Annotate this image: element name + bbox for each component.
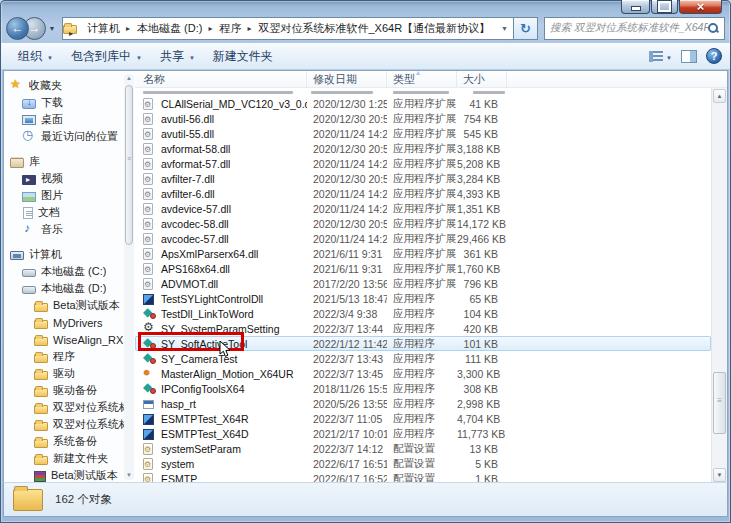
- breadcrumb-segment[interactable]: 本地磁盘 (D:): [132, 18, 214, 39]
- sidebar-item[interactable]: 双翌对位系统标: [4, 399, 135, 416]
- file-size-cell: 3,284 KB: [457, 173, 507, 185]
- file-row[interactable]: avcodec-58.dll2020/12/30 20:53应用程序扩展14,1…: [135, 216, 711, 231]
- folder-icon: [34, 371, 48, 380]
- file-name: TestDll_LinkToWord: [161, 308, 254, 320]
- file-row[interactable]: TestSYLightControlDll2021/5/13 18:47应用程序…: [135, 291, 711, 306]
- address-folder-icon: [63, 25, 77, 34]
- sidebar-item[interactable]: Beta测试版本: [4, 297, 135, 314]
- file-row[interactable]: avformat-58.dll2020/12/30 20:53应用程序扩展3,1…: [135, 141, 711, 156]
- minimize-button[interactable]: [621, 0, 650, 14]
- file-row[interactable]: TestDll_LinkToWord2022/3/4 9:38应用程序104 K…: [135, 306, 711, 321]
- close-button[interactable]: [679, 0, 722, 14]
- file-size-cell: 545 KB: [457, 128, 507, 140]
- file-date-cell: 2022/3/7 14:12: [307, 443, 387, 455]
- sidebar-item-label: 桌面: [41, 112, 63, 127]
- disk-icon: [22, 269, 36, 277]
- file-row[interactable]: avdevice-57.dll2020/11/24 14:26应用程序扩展1,3…: [135, 201, 711, 216]
- sidebar-item[interactable]: 本地磁盘 (D:): [4, 280, 135, 297]
- help-button[interactable]: ?: [706, 48, 722, 64]
- sidebar-item[interactable]: 系统备份: [4, 433, 135, 450]
- sidebar-item[interactable]: 下载: [4, 94, 135, 111]
- sidebar-item[interactable]: 驱动: [4, 365, 135, 382]
- file-type-cell: 应用程序: [387, 382, 457, 396]
- file-date-cell: 2022/3/7 13:43: [307, 353, 387, 365]
- sidebar-item[interactable]: WiseAlign_RX: [4, 331, 135, 348]
- breadcrumb: 计算机本地磁盘 (D:)程序双翌对位系统标准软件_X64R【通信最新协议】: [82, 18, 496, 39]
- file-row[interactable]: avutil-56.dll2020/12/30 20:53应用程序扩展754 K…: [135, 111, 711, 126]
- search-input[interactable]: 搜索 双翌对位系统标准软件_X64R 【...: [544, 17, 725, 40]
- sidebar-item[interactable]: 驱动备份: [4, 382, 135, 399]
- breadcrumb-segment[interactable]: 双翌对位系统标准软件_X64R【通信最新协议】: [253, 18, 496, 39]
- breadcrumb-segment[interactable]: 计算机: [82, 18, 132, 39]
- file-type-cell: 应用程序: [387, 412, 457, 426]
- file-list-scrollbar-thumb[interactable]: [713, 372, 726, 434]
- file-row[interactable]: ADVMOT.dll2017/2/20 13:56应用程序扩展796 KB: [135, 276, 711, 291]
- file-row[interactable]: SY_SystemParamSetting2022/3/7 13:44应用程序4…: [135, 321, 711, 336]
- preview-pane-button[interactable]: [681, 50, 697, 63]
- column-header-name[interactable]: 名称: [135, 71, 307, 87]
- file-row[interactable]: systemSetParam2022/3/7 14:12配置设置13 KB: [135, 441, 711, 456]
- file-type-cell: 应用程序: [387, 427, 457, 441]
- scroll-up-icon[interactable]: [713, 89, 726, 103]
- address-chevron-down-icon[interactable]: ▼: [496, 25, 513, 32]
- search-icon[interactable]: [708, 23, 719, 34]
- change-view-button[interactable]: [649, 49, 672, 63]
- column-header-size[interactable]: 大小: [457, 71, 507, 87]
- file-row[interactable]: avformat-57.dll2020/11/24 14:26应用程序扩展5,2…: [135, 156, 711, 171]
- back-button[interactable]: ←: [6, 17, 29, 40]
- pictures-icon: [22, 192, 36, 202]
- address-bar[interactable]: 计算机本地磁盘 (D:)程序双翌对位系统标准软件_X64R【通信最新协议】 ▼: [62, 17, 514, 40]
- history-chevron-down-icon[interactable]: ▼: [46, 25, 58, 32]
- sidebar-item[interactable]: 文档: [4, 204, 135, 221]
- file-row[interactable]: hasp_rt2020/5/26 13:55应用程序2,998 KB: [135, 396, 711, 411]
- toolbar-button-organize[interactable]: 组织: [9, 44, 62, 69]
- sidebar-item[interactable]: 程序: [4, 348, 135, 365]
- scroll-up-icon[interactable]: [124, 74, 134, 83]
- sidebar-item[interactable]: 音乐: [4, 221, 135, 238]
- column-header-type[interactable]: 类型: [387, 71, 457, 87]
- file-row[interactable]: SY_CameraTest2022/3/7 13:43应用程序111 KB: [135, 351, 711, 366]
- sidebar-item-label: 视频: [41, 171, 63, 186]
- sidebar-item[interactable]: 图片: [4, 187, 135, 204]
- toolbar-button-include-in-library[interactable]: 包含到库中: [62, 44, 151, 69]
- file-row[interactable]: system2022/6/17 16:51配置设置5 KB: [135, 456, 711, 471]
- refresh-button[interactable]: [514, 17, 538, 40]
- sidebar-scrollbar-thumb[interactable]: [125, 85, 133, 245]
- sidebar-item[interactable]: 本地磁盘 (C:): [4, 263, 135, 280]
- breadcrumb-segment[interactable]: 程序: [214, 18, 253, 39]
- file-row[interactable]: SY_SoftActiveTool2022/1/12 11:42应用程序101 …: [135, 336, 711, 351]
- sidebar-item[interactable]: 视频: [4, 170, 135, 187]
- sidebar-item[interactable]: 计算机: [4, 246, 135, 263]
- file-size-cell: 420 KB: [457, 323, 507, 335]
- file-row[interactable]: ApsXmlParserx64.dll2021/6/11 9:31应用程序扩展3…: [135, 246, 711, 261]
- toolbar-button-new-folder[interactable]: 新建文件夹: [204, 44, 282, 69]
- file-row[interactable]: MasterAlign_Motion_X64UR2022/3/7 13:45应用…: [135, 366, 711, 381]
- scroll-down-icon[interactable]: [124, 471, 134, 480]
- sidebar-item[interactable]: Beta测试版本: [4, 467, 135, 483]
- file-row[interactable]: ESMTPTest_X64R2022/3/7 11:05应用程序4,704 KB: [135, 411, 711, 426]
- file-row[interactable]: APS168x64.dll2021/6/11 9:31应用程序扩展1,760 K…: [135, 261, 711, 276]
- sidebar-item[interactable]: MyDrivers: [4, 314, 135, 331]
- sidebar-item-label: WiseAlign_RX: [53, 334, 123, 346]
- toolbar-button-share[interactable]: 共享: [151, 44, 204, 69]
- maximize-button[interactable]: [651, 0, 678, 14]
- sidebar-item[interactable]: 新建文件夹: [4, 450, 135, 467]
- sidebar-item[interactable]: 最近访问的位置: [4, 128, 135, 145]
- file-row[interactable]: ESMTPTest_X64D2021/2/17 10:01应用程序11,773 …: [135, 426, 711, 441]
- sidebar-item[interactable]: 库: [4, 153, 135, 170]
- file-row[interactable]: avcodec-57.dll2020/11/24 14:26应用程序扩展29,4…: [135, 231, 711, 246]
- scroll-down-icon[interactable]: [713, 468, 726, 482]
- main-area: 收藏夹下载桌面最近访问的位置库视频图片文档音乐计算机本地磁盘 (C:)本地磁盘 …: [3, 70, 728, 483]
- file-size-cell: 361 KB: [457, 248, 507, 260]
- file-row[interactable]: avutil-55.dll2020/11/24 14:26应用程序扩展545 K…: [135, 126, 711, 141]
- column-header-date-modified[interactable]: 修改日期: [307, 71, 387, 87]
- file-row[interactable]: CLAllSerial_MD_VC120_v3_0.dll2020/12/30 …: [135, 96, 711, 111]
- videos-icon: [22, 175, 36, 185]
- file-row[interactable]: IPConfigToolsX642018/11/26 15:50应用程序308 …: [135, 381, 711, 396]
- sidebar-item[interactable]: 双翌对位系统标: [4, 416, 135, 433]
- file-row[interactable]: avfilter-6.dll2020/11/24 14:26应用程序扩展4,39…: [135, 186, 711, 201]
- file-row[interactable]: avfilter-7.dll2020/12/30 20:53应用程序扩展3,28…: [135, 171, 711, 186]
- sidebar-item[interactable]: 桌面: [4, 111, 135, 128]
- sidebar-item[interactable]: 收藏夹: [4, 77, 135, 94]
- file-size-cell: 4,393 KB: [457, 188, 507, 200]
